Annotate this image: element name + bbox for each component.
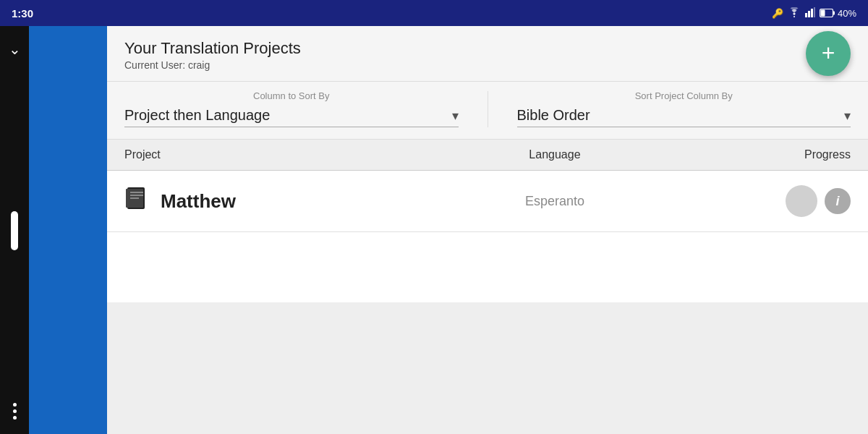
- column-sort-dropdown[interactable]: Project then Language ▾: [124, 104, 459, 127]
- svg-point-0: [793, 16, 795, 17]
- table-body: Matthew Esperanto i: [107, 171, 868, 302]
- status-bar: 1:30 🔑 40%: [0, 0, 868, 26]
- column-sort-value: Project then Language: [124, 107, 270, 124]
- wifi-icon: [788, 7, 801, 20]
- table-row[interactable]: Matthew Esperanto i: [107, 171, 868, 232]
- black-sidebar-strip: ⌄: [0, 26, 29, 434]
- chevron-down-icon[interactable]: ⌄: [9, 41, 21, 58]
- project-name: Matthew: [161, 190, 236, 213]
- svg-rect-1: [805, 13, 807, 17]
- status-icons: 🔑 40%: [772, 7, 856, 20]
- signal-icon: [805, 7, 815, 20]
- project-sort-label: Sort Project Column By: [517, 90, 851, 101]
- svg-rect-4: [814, 7, 815, 17]
- col-header-progress: Progress: [689, 148, 851, 161]
- dot-3: [13, 416, 17, 420]
- dot-1: [13, 403, 17, 407]
- project-book-icon: [124, 185, 150, 217]
- column-sort-group: Column to Sort By Project then Language …: [124, 90, 459, 127]
- column-sort-arrow-icon: ▾: [452, 108, 459, 124]
- progress-circle: [786, 185, 817, 217]
- sort-controls: Column to Sort By Project then Language …: [107, 82, 868, 140]
- col-header-language: Language: [420, 148, 689, 161]
- dot-2: [13, 409, 17, 413]
- status-time: 1:30: [12, 7, 33, 20]
- battery-icon: 40%: [820, 8, 856, 19]
- main-content: Your Translation Projects Current User: …: [107, 26, 868, 434]
- project-sort-value: Bible Order: [517, 107, 590, 124]
- table-header: Project Language Progress: [107, 140, 868, 171]
- col-header-project: Project: [124, 148, 420, 161]
- more-options-button[interactable]: [13, 403, 17, 420]
- column-sort-label: Column to Sort By: [124, 90, 459, 101]
- plus-icon: +: [822, 41, 835, 64]
- page-title: Your Translation Projects: [124, 39, 851, 58]
- project-sort-arrow-icon: ▾: [844, 108, 851, 124]
- empty-area: [107, 302, 868, 434]
- project-sort-group: Sort Project Column By Bible Order ▾: [517, 90, 851, 127]
- svg-rect-2: [808, 11, 810, 17]
- blue-sidebar-strip: [29, 26, 107, 434]
- project-sort-dropdown[interactable]: Bible Order ▾: [517, 104, 851, 127]
- language-cell: Esperanto: [420, 194, 689, 209]
- project-cell: Matthew: [124, 185, 420, 217]
- svg-rect-6: [833, 12, 835, 15]
- sidebar: ⌄: [0, 26, 107, 434]
- progress-cell: i: [689, 185, 851, 217]
- sort-divider: [488, 91, 488, 127]
- current-user-label: Current User: craig: [124, 59, 851, 71]
- add-project-button[interactable]: +: [806, 31, 851, 76]
- svg-rect-10: [126, 189, 129, 208]
- page-header: Your Translation Projects Current User: …: [107, 26, 868, 82]
- key-icon: 🔑: [772, 8, 783, 19]
- scroll-indicator: [11, 211, 18, 250]
- app-layout: ⌄ Your Translation Projects Current User…: [0, 26, 868, 434]
- battery-percent: 40%: [838, 8, 856, 19]
- svg-rect-3: [811, 9, 813, 17]
- info-icon-button[interactable]: i: [825, 188, 851, 214]
- svg-rect-7: [820, 10, 825, 17]
